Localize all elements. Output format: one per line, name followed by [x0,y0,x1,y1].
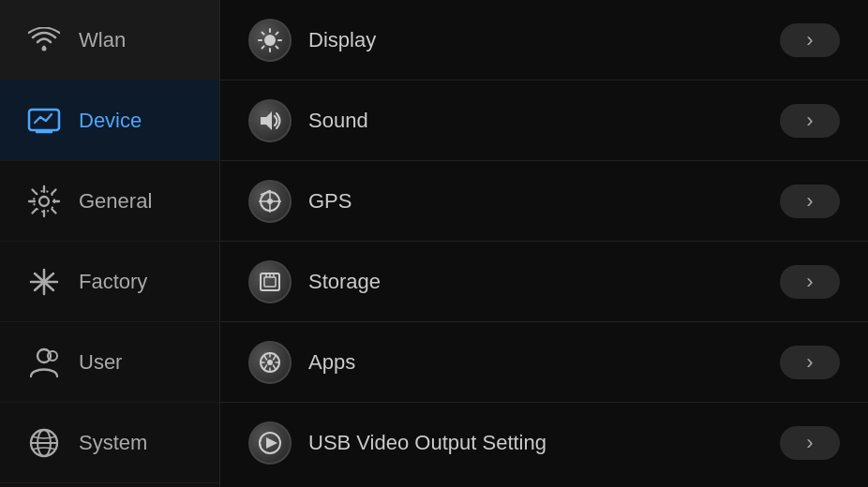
svg-marker-15 [261,111,272,130]
svg-point-0 [42,46,47,51]
gps-label: GPS [308,189,780,214]
sidebar-item-user[interactable]: User [0,322,219,403]
wlan-icon [26,22,62,58]
menu-item-usb-video[interactable]: USB Video Output Setting › [220,403,868,483]
usb-video-icon [248,421,292,465]
factory-icon [26,264,62,300]
apps-icon [248,341,292,384]
sidebar-item-factory[interactable]: Factory [0,242,219,322]
sound-icon [248,99,292,142]
sidebar-item-general[interactable]: General [0,161,219,242]
menu-item-sound[interactable]: Sound › [220,81,868,161]
usb-video-label: USB Video Output Setting [308,431,780,455]
menu-item-gps[interactable]: GPS › [220,161,868,242]
apps-chevron[interactable]: › [780,346,840,379]
chevron-icon: › [806,350,813,375]
sidebar-label-factory: Factory [79,270,147,294]
main-content: Display › Sound › GP [220,0,868,487]
svg-point-26 [267,360,273,365]
svg-marker-28 [266,437,277,449]
storage-chevron[interactable]: › [780,265,840,299]
sidebar-item-device[interactable]: Device [0,81,219,161]
chevron-icon: › [806,189,813,214]
device-icon [26,103,62,139]
svg-point-14 [264,35,276,46]
chevron-icon: › [806,109,813,133]
sidebar-item-system[interactable]: System [0,403,219,483]
menu-item-apps[interactable]: Apps › [220,322,868,403]
user-icon [26,345,62,380]
display-chevron[interactable]: › [780,23,840,57]
svg-point-3 [39,197,49,206]
gps-icon [248,180,292,223]
svg-point-10 [48,351,57,361]
general-icon [26,184,62,219]
apps-label: Apps [308,350,780,375]
chevron-icon: › [806,431,813,455]
sidebar-label-wlan: Wlan [79,28,126,52]
menu-item-storage[interactable]: Storage › [220,242,868,322]
display-label: Display [308,28,780,52]
svg-rect-21 [264,277,276,287]
sidebar: Wlan Device General [0,0,220,487]
display-icon [248,19,292,62]
system-icon [26,425,62,461]
sidebar-item-wlan[interactable]: Wlan [0,0,219,81]
chevron-icon: › [806,270,813,294]
sound-chevron[interactable]: › [780,104,840,138]
gps-chevron[interactable]: › [780,184,840,218]
menu-item-display[interactable]: Display › [220,0,868,81]
storage-label: Storage [308,270,780,294]
sidebar-label-device: Device [79,109,142,133]
usb-video-chevron[interactable]: › [780,426,840,460]
sidebar-label-user: User [79,350,122,375]
sidebar-label-system: System [79,431,147,455]
sound-label: Sound [308,109,780,133]
chevron-icon: › [806,28,813,52]
sidebar-label-general: General [79,189,152,214]
storage-icon [248,260,292,303]
svg-point-19 [267,199,273,204]
